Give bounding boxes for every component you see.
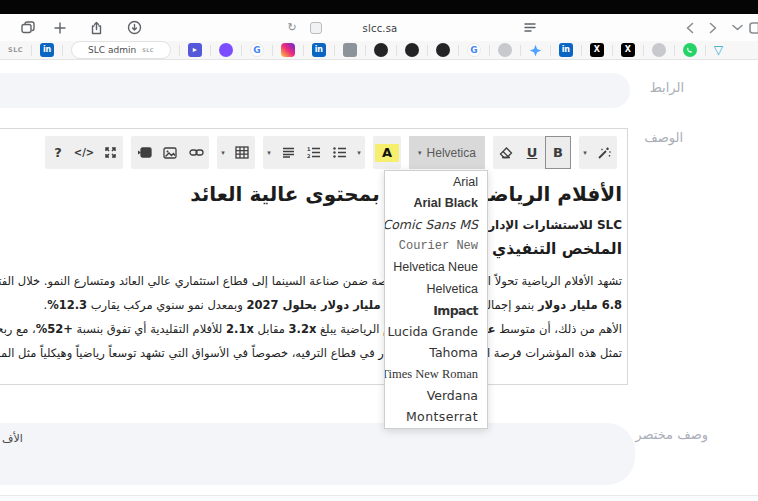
align-icon[interactable]: [275, 136, 301, 169]
bookmark-separator: [31, 45, 32, 56]
font-option-impact[interactable]: Impact: [385, 299, 487, 320]
bookmark-separator: [550, 45, 551, 56]
description-label: الوصف: [644, 130, 683, 145]
share-icon[interactable]: [86, 18, 106, 37]
new-tab-icon[interactable]: [50, 18, 70, 37]
insert-link-icon[interactable]: [183, 136, 209, 169]
font-option-montserrat[interactable]: Montserrat: [385, 406, 487, 427]
font-option-helvetica-neue[interactable]: Helvetica Neue: [385, 257, 487, 278]
doc-byline: SLC للاستشارات الإدارية المحدودة: [0, 217, 622, 233]
font-option-lucida-grande[interactable]: Lucida Grande: [385, 321, 487, 342]
doc-paragraph-line: تشهد الأفلام الرياضية تحولاً استراتيجياً…: [0, 269, 622, 293]
ordered-list-icon[interactable]: 12: [301, 136, 327, 169]
short-description-input[interactable]: الأف: [0, 423, 635, 485]
bookmark-separator: [674, 45, 675, 56]
font-option-courier-new[interactable]: Courier New: [385, 235, 487, 256]
link-label: الرابط: [650, 80, 684, 95]
bookmark-slc-text-slc[interactable]: SLC: [8, 46, 23, 54]
editor-content[interactable]: الأفلام الرياضية استثمار بمحتوى عالية ال…: [0, 181, 622, 365]
list-caret-icon[interactable]: ▾: [353, 136, 365, 169]
bookmark-purple[interactable]: [219, 43, 233, 57]
reload-icon[interactable]: ↻: [282, 18, 302, 37]
table-caret-icon[interactable]: ▾: [217, 136, 229, 169]
link-input[interactable]: [0, 73, 630, 108]
bookmark-whatsapp[interactable]: [683, 43, 697, 57]
doc-paragraph-line: الأهم من ذلك، أن متوسط عائد الاستثمار لل…: [0, 317, 622, 341]
bookmark-separator: [241, 45, 242, 56]
short-description-text: الأف: [2, 432, 23, 445]
bookmark-separator: [303, 45, 304, 56]
bookmark-dark[interactable]: [374, 43, 388, 57]
unordered-list-icon[interactable]: [327, 136, 353, 169]
bookmark-linkedin[interactable]: in: [40, 43, 54, 57]
back-icon[interactable]: [680, 18, 700, 37]
insert-video-icon[interactable]: [131, 136, 157, 169]
more-caret-icon[interactable]: ▾: [579, 136, 591, 169]
sidebar-icon[interactable]: [746, 18, 758, 37]
bookmark-spark[interactable]: [529, 44, 542, 57]
bookmark-separator: [489, 45, 490, 56]
next-section: [0, 496, 758, 501]
bookmark-separator: [272, 45, 273, 56]
bookmark-graycircle[interactable]: [498, 43, 512, 57]
magic-wand-icon[interactable]: [591, 136, 617, 169]
short-description-label: وصف مختصر: [635, 427, 708, 442]
bookmark-separator: [365, 45, 366, 56]
bold-button[interactable]: B: [545, 136, 571, 169]
bookmark-separator: [581, 45, 582, 56]
bookmark-video[interactable]: ▸: [188, 43, 202, 57]
font-option-helvetica[interactable]: Helvetica: [385, 278, 487, 299]
doc-heading: الملخص التنفيذي: [0, 239, 622, 259]
address-bar[interactable]: slcc.sa: [315, 23, 445, 34]
bookmark-separator: [458, 45, 459, 56]
font-option-arial[interactable]: Arial: [385, 171, 487, 192]
font-family-dropdown[interactable]: ▾ Helvetica: [409, 136, 485, 169]
bookmark-graysq[interactable]: [343, 43, 357, 57]
code-view-button[interactable]: </>: [71, 136, 97, 169]
tab-overview-icon[interactable]: [18, 18, 38, 37]
bookmark-linkedin[interactable]: in: [312, 43, 326, 57]
bookmark-dark[interactable]: [436, 43, 450, 57]
bookmark-google[interactable]: G: [250, 43, 264, 57]
insert-image-icon[interactable]: [157, 136, 183, 169]
bookmark-graycircle[interactable]: [652, 43, 666, 57]
insert-table-icon[interactable]: [229, 136, 255, 169]
clear-format-icon[interactable]: [493, 136, 519, 169]
bookmark-vlogo[interactable]: ▽: [714, 43, 723, 57]
font-option-verdana[interactable]: Verdana: [385, 385, 487, 406]
bookmark-x[interactable]: X: [590, 43, 604, 57]
bookmark-separator: [62, 45, 63, 56]
svg-text:1: 1: [307, 147, 311, 152]
downloads-icon[interactable]: [124, 18, 144, 37]
forward-icon[interactable]: [703, 18, 723, 37]
font-option-times-new-roman[interactable]: Times New Roman: [385, 364, 487, 385]
bookmark-google[interactable]: G: [467, 43, 481, 57]
bookmark-separator: [210, 45, 211, 56]
help-button[interactable]: ?: [45, 136, 71, 169]
bookmark-separator: [334, 45, 335, 56]
font-family-menu: ArialArial BlackComic Sans MSCourier New…: [384, 170, 488, 429]
fullscreen-icon[interactable]: [97, 136, 123, 169]
text-color-button[interactable]: A: [373, 136, 401, 169]
underline-button[interactable]: U: [519, 136, 545, 169]
doc-body: تشهد الأفلام الرياضية تحولاً استراتيجياً…: [0, 269, 622, 365]
bookmark-separator: [643, 45, 644, 56]
doc-paragraph-line: 6.8 مليار دولار بنمو إجمالي بلغ حداً يتج…: [0, 293, 622, 317]
bookmark-linkedin[interactable]: in: [559, 43, 573, 57]
bookmark-dark[interactable]: [405, 43, 419, 57]
chevron-down-icon[interactable]: [727, 18, 747, 37]
bookmark-separator: [396, 45, 397, 56]
bookmark-separator: [179, 45, 180, 56]
font-option-arial-black[interactable]: Arial Black: [385, 192, 487, 213]
bookmark-pill-slc-admin[interactable]: SLC adminSLC: [71, 41, 171, 59]
reader-icon[interactable]: [520, 18, 540, 37]
font-option-tahoma[interactable]: Tahoma: [385, 342, 487, 363]
font-option-comic-sans-ms[interactable]: Comic Sans MS: [385, 214, 487, 235]
bookmark-x[interactable]: X: [621, 43, 635, 57]
paragraph-caret-icon[interactable]: ▾: [263, 136, 275, 169]
editor-toolbar: ? </> ▾ ▾: [45, 136, 617, 169]
bookmark-instagram[interactable]: [281, 43, 295, 57]
browser-window: ↻ slcc.sa SLCinSLC adminSLC▸GinGinXX▽ ال…: [0, 0, 758, 501]
bookmark-separator: [612, 45, 613, 56]
menu-bar: [0, 0, 758, 14]
